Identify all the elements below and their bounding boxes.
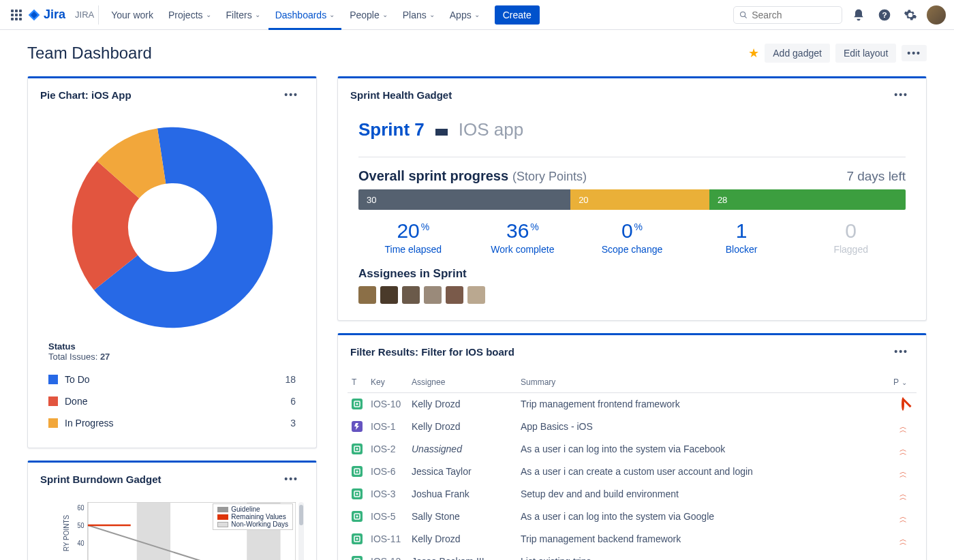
search-box[interactable] xyxy=(733,6,842,24)
sprint-gadget-more-icon[interactable]: ••• xyxy=(889,87,914,103)
profile-avatar[interactable] xyxy=(927,5,946,25)
issue-assignee: Kelly Drozd xyxy=(407,415,517,437)
nav-item-people[interactable]: People⌄ xyxy=(343,0,395,30)
legend-row[interactable]: Done6 xyxy=(48,390,296,412)
svg-text:60: 60 xyxy=(78,504,84,512)
svg-text:40: 40 xyxy=(78,540,84,548)
page-title: Team Dashboard xyxy=(27,44,152,63)
burndown-scrollbar[interactable] xyxy=(298,502,304,560)
settings-icon[interactable] xyxy=(901,5,920,25)
assignee-avatar[interactable] xyxy=(446,286,463,304)
sprint-stat[interactable]: 0Flagged xyxy=(796,219,906,255)
legend-count: 6 xyxy=(290,396,296,407)
help-icon[interactable]: ? xyxy=(875,5,894,25)
table-row[interactable]: IOS-6Jessica TaylorAs a user i can creat… xyxy=(348,460,917,482)
burndown-y-label: RY POINTS xyxy=(63,515,70,552)
nav-item-filters[interactable]: Filters⌄ xyxy=(219,0,267,30)
priority-highest-icon: ︿︿ xyxy=(899,538,907,544)
issue-key[interactable]: IOS-1 xyxy=(371,421,396,432)
chevron-down-icon: ⌄ xyxy=(382,11,388,18)
legend-label: To Do xyxy=(65,374,90,385)
nav-item-projects[interactable]: Projects⌄ xyxy=(161,0,218,30)
create-button[interactable]: Create xyxy=(495,5,540,25)
assignee-avatar[interactable] xyxy=(402,286,420,304)
pie-chart-gadget: Pie Chart: iOS App ••• Status Total Issu… xyxy=(27,76,317,448)
issue-key[interactable]: IOS-12 xyxy=(371,556,401,561)
star-icon[interactable]: ★ xyxy=(748,46,759,61)
burndown-gadget-more-icon[interactable]: ••• xyxy=(279,471,304,487)
svg-point-15 xyxy=(356,448,358,450)
nav-item-your-work[interactable]: Your work xyxy=(104,0,160,30)
issue-key[interactable]: IOS-2 xyxy=(371,444,396,454)
assignee-avatar[interactable] xyxy=(358,286,376,304)
search-input[interactable] xyxy=(752,10,836,20)
svg-point-17 xyxy=(356,470,358,472)
table-row[interactable]: IOS-12Jesse Beckom IIIList existing trip… xyxy=(348,550,917,560)
sprint-name[interactable]: Sprint 7 xyxy=(358,119,425,140)
filter-table: T Key Assignee Summary P⌄ IOS-10Kelly Dr… xyxy=(348,372,917,560)
col-summary[interactable]: Summary xyxy=(517,372,889,393)
progress-unit: (Story Points) xyxy=(512,170,587,184)
priority-highest-icon: ︿︿ xyxy=(899,448,907,454)
table-row[interactable]: IOS-3Joshua FrankSetup dev and and build… xyxy=(348,482,917,505)
assignee-avatar[interactable] xyxy=(380,286,398,304)
table-row[interactable]: IOS-11Kelly DrozdTrip management backend… xyxy=(348,527,917,550)
issue-key[interactable]: IOS-6 xyxy=(371,466,396,477)
issue-type-icon xyxy=(352,399,363,409)
issue-key[interactable]: IOS-5 xyxy=(371,511,396,522)
legend-swatch xyxy=(48,396,58,406)
app-switcher-icon[interactable] xyxy=(8,7,25,23)
svg-point-21 xyxy=(356,515,358,517)
col-key[interactable]: Key xyxy=(367,372,407,393)
issue-summary: Setup dev and and build environment xyxy=(517,482,889,505)
priority-highest-icon: ︿︿ xyxy=(899,470,907,477)
assignee-avatar[interactable] xyxy=(467,286,485,304)
issue-key[interactable]: IOS-3 xyxy=(371,488,396,499)
pie-gadget-title: Pie Chart: iOS App xyxy=(40,89,132,101)
legend-row[interactable]: In Progress3 xyxy=(48,412,296,434)
sprint-project-name: IOS app xyxy=(459,119,523,140)
col-assignee[interactable]: Assignee xyxy=(407,372,517,393)
edit-layout-button[interactable]: Edit layout xyxy=(835,44,896,63)
chevron-down-icon: ⌄ xyxy=(255,11,260,18)
pie-gadget-more-icon[interactable]: ••• xyxy=(279,87,304,103)
priority-highest-icon: ︿︿ xyxy=(899,425,907,432)
svg-line-1 xyxy=(745,16,747,18)
priority-highest-icon: ︿︿ xyxy=(899,515,907,522)
chevron-down-icon: ⌄ xyxy=(902,379,907,386)
filter-gadget-more-icon[interactable]: ••• xyxy=(889,343,914,360)
issue-type-icon xyxy=(352,511,363,522)
nav-item-dashboards[interactable]: Dashboards⌄ xyxy=(268,0,342,30)
sprint-gadget-title: Sprint Health Gadget xyxy=(350,89,452,101)
sprint-stat[interactable]: 1Blocker xyxy=(687,219,797,255)
assignee-avatar[interactable] xyxy=(424,286,442,304)
table-row[interactable]: IOS-10Kelly DrozdTrip management fronten… xyxy=(348,393,917,416)
jira-logo[interactable]: Jira xyxy=(27,7,65,22)
nav-item-apps[interactable]: Apps⌄ xyxy=(443,0,487,30)
issue-type-icon xyxy=(352,488,363,499)
legend-count: 18 xyxy=(285,374,296,385)
svg-point-23 xyxy=(356,538,358,540)
issue-key[interactable]: IOS-11 xyxy=(371,533,401,544)
sprint-stat[interactable]: 36%Work complete xyxy=(468,219,578,255)
issue-summary: List existing trips xyxy=(517,550,889,560)
legend-row[interactable]: To Do18 xyxy=(48,369,296,390)
nav-item-plans[interactable]: Plans⌄ xyxy=(396,0,442,30)
table-row[interactable]: IOS-5Sally StoneAs a user i can log into… xyxy=(348,505,917,527)
issue-type-icon xyxy=(352,421,363,432)
issue-summary: As a user i can log into the system via … xyxy=(517,437,889,460)
svg-rect-5 xyxy=(137,503,170,560)
col-priority[interactable]: P⌄ xyxy=(889,372,917,393)
table-row[interactable]: IOS-2UnassignedAs a user i can log into … xyxy=(348,437,917,460)
issue-key[interactable]: IOS-10 xyxy=(371,399,401,409)
sprint-stat[interactable]: 20%Time elapsed xyxy=(358,219,468,255)
nav-items: Your workProjects⌄Filters⌄Dashboards⌄Peo… xyxy=(104,0,487,30)
add-gadget-button[interactable]: Add gadget xyxy=(765,44,830,63)
legend-label: In Progress xyxy=(65,418,114,429)
more-actions-button[interactable]: ••• xyxy=(902,45,927,61)
issue-assignee: Sally Stone xyxy=(407,505,517,527)
col-type[interactable]: T xyxy=(348,372,367,393)
notifications-icon[interactable] xyxy=(849,5,868,25)
table-row[interactable]: IOS-1Kelly DrozdApp Basics - iOS︿︿ xyxy=(348,415,917,437)
sprint-stat[interactable]: 0%Scope change xyxy=(577,219,687,255)
